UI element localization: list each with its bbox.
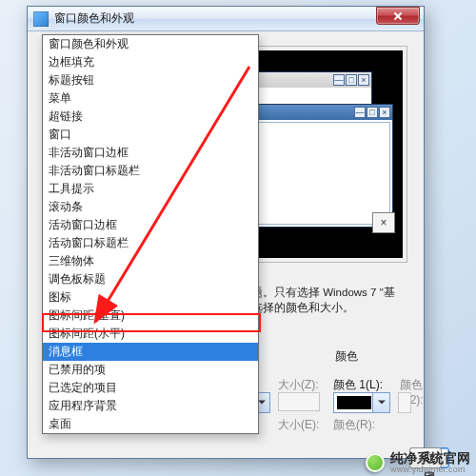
min-icon: — (333, 74, 345, 86)
label-color-font: 颜色(R): (333, 417, 375, 433)
app-icon (33, 11, 49, 27)
dropdown-item[interactable]: 滚动条 (43, 198, 258, 216)
dropdown-item[interactable]: 已选定的项目 (43, 379, 258, 397)
color-header: 颜色 (335, 348, 358, 365)
max-icon: □ (346, 74, 357, 86)
dropdown-item[interactable]: 边框填充 (43, 53, 258, 71)
dropdown-item[interactable]: 消息框 (43, 343, 258, 361)
dropdown-item[interactable]: 非活动窗口标题栏 (43, 162, 258, 180)
item-dropdown-list[interactable]: 窗口颜色和外观边框填充标题按钮菜单超链接窗口非活动窗口边框非活动窗口标题栏工具提… (42, 34, 259, 434)
color-swatch (337, 396, 371, 409)
website-watermark: 纯净系统官网 www.yidaimei.com (366, 451, 470, 474)
label-size: 大小(Z): (278, 377, 319, 393)
dropdown-item[interactable]: 菜单 (43, 89, 258, 108)
hint-line-1: 主题。只有选择 Windows 7 "基 (240, 286, 406, 300)
dropdown-item[interactable]: 标题按钮 (43, 71, 258, 89)
min-icon: — (354, 107, 366, 118)
dropdown-item[interactable]: 超链接 (43, 108, 258, 126)
dropdown-item[interactable]: 调色板标题 (43, 270, 258, 288)
color1-combo[interactable] (333, 392, 390, 413)
watermark-text: 纯净系统官网 www.yidaimei.com (390, 451, 470, 474)
chevron-down-icon (372, 393, 389, 412)
color2-combo (398, 392, 411, 413)
dropdown-item[interactable]: 图标间距(垂直) (43, 307, 258, 325)
label-size-font: 大小(E): (278, 417, 319, 433)
watermark-url: www.yidaimei.com (390, 466, 470, 474)
label-color1: 颜色 1(L): (333, 377, 383, 393)
hint-line-2: 处选择的颜色和大小。 (240, 301, 406, 315)
max-icon: □ (367, 107, 378, 118)
window-title: 窗口颜色和外观 (54, 10, 370, 27)
dropdown-item[interactable]: 窗口颜色和外观 (43, 35, 258, 53)
dropdown-item[interactable]: 图标 (43, 288, 258, 307)
dropdown-item[interactable]: 活动窗口边框 (43, 216, 258, 234)
dropdown-item[interactable]: 桌面 (43, 415, 258, 433)
dropdown-item[interactable]: 已禁用的项 (43, 361, 258, 379)
dropdown-item[interactable]: 非活动窗口边框 (43, 144, 258, 162)
dropdown-item[interactable]: 窗口 (43, 126, 258, 144)
dropdown-item[interactable]: 活动窗口标题栏 (43, 234, 258, 252)
watermark-logo-icon (366, 453, 385, 472)
dropdown-item[interactable]: 图标间距(水平) (43, 325, 258, 343)
close-icon: × (358, 74, 369, 86)
size-field (278, 392, 320, 411)
dropdown-item[interactable]: 工具提示 (43, 180, 258, 198)
watermark-name: 纯净系统官网 (390, 451, 470, 466)
titlebar: 窗口颜色和外观 (28, 7, 424, 31)
dropdown-item[interactable]: 应用程序背景 (43, 397, 258, 415)
dropdown-item[interactable]: 三维物体 (43, 252, 258, 270)
preview-dialog-close: × (372, 212, 395, 233)
close-icon: × (379, 107, 390, 118)
close-button[interactable] (376, 7, 420, 25)
